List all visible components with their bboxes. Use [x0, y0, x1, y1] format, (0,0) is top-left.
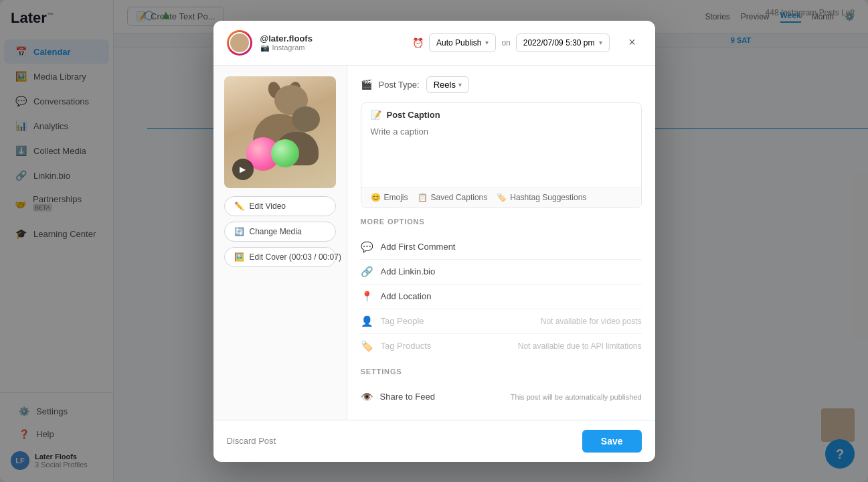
edit-video-icon: ✏️ [234, 202, 244, 211]
instagram-icon: 📷 [260, 44, 270, 52]
modal-close-button[interactable]: × [623, 33, 642, 52]
caption-icon: 📝 [371, 110, 381, 120]
emojis-button[interactable]: 😊 Emojis [371, 193, 408, 202]
content-panel: 🎬 Post Type: Reels ▾ 📝 Post Caption [347, 66, 655, 420]
share-to-feed-row: 👁️ Share to Feed This post will be autom… [361, 385, 642, 409]
modal-header: @later.floofs 📷 Instagram ⏰ Auto Publish… [213, 21, 655, 66]
caption-header: 📝 Post Caption [361, 103, 641, 124]
post-type-select[interactable]: Reels ▾ [426, 76, 469, 93]
post-type-row: 🎬 Post Type: Reels ▾ [361, 76, 642, 93]
share-to-feed-icon: 👁️ [361, 391, 373, 403]
saved-captions-button[interactable]: 📋 Saved Captions [418, 193, 488, 202]
add-location-row[interactable]: 📍 Add Location [361, 285, 642, 309]
edit-cover-button[interactable]: 🖼️ Edit Cover (00:03 / 00:07) [224, 247, 336, 267]
hashtag-icon: 🏷️ [497, 193, 507, 202]
tag-products-row: 🏷️ Tag Products Not available due to API… [361, 334, 642, 358]
chevron-down-icon: ▾ [485, 39, 489, 46]
caption-section: 📝 Post Caption 😊 Emojis 📋 Saved Captions [361, 102, 642, 208]
add-linkin-bio-row[interactable]: 🔗 Add Linkin.bio [361, 260, 642, 285]
emoji-icon: 😊 [371, 193, 381, 202]
tag-people-row: 👤 Tag People Not available for video pos… [361, 309, 642, 334]
modal-overlay: @later.floofs 📷 Instagram ⏰ Auto Publish… [0, 0, 868, 482]
hashtag-suggestions-button[interactable]: 🏷️ Hashtag Suggestions [497, 193, 586, 202]
post-editor-modal: @later.floofs 📷 Instagram ⏰ Auto Publish… [213, 21, 655, 462]
media-panel: ▶ ✏️ Edit Video 🔄 Change Media 🖼️ Edit C… [213, 66, 347, 420]
first-comment-icon: 💬 [361, 241, 374, 253]
discard-post-button[interactable]: Discard Post [227, 436, 276, 446]
save-button[interactable]: Save [582, 430, 642, 453]
media-preview: ▶ [224, 76, 336, 188]
settings-label: SETTINGS [361, 368, 642, 376]
auto-publish-button[interactable]: Auto Publish ▾ [429, 33, 496, 52]
more-options-label: MORE OPTIONS [361, 218, 642, 226]
media-action-buttons: ✏️ Edit Video 🔄 Change Media 🖼️ Edit Cov… [224, 196, 336, 267]
more-options-list: 💬 Add First Comment 🔗 Add Linkin.bio 📍 A… [361, 235, 642, 358]
location-icon: 📍 [361, 291, 374, 303]
edit-cover-icon: 🖼️ [234, 252, 244, 262]
profile-info: @later.floofs 📷 Instagram [260, 33, 313, 52]
date-time-button[interactable]: 2022/07/09 5:30 pm ▾ [516, 33, 610, 52]
caption-textarea[interactable] [361, 124, 641, 184]
profile-platform: 📷 Instagram [260, 44, 313, 52]
add-first-comment-row[interactable]: 💬 Add First Comment [361, 235, 642, 260]
edit-video-button[interactable]: ✏️ Edit Video [224, 196, 336, 216]
linkin-bio-icon: 🔗 [361, 266, 374, 278]
change-media-icon: 🔄 [234, 227, 244, 236]
chevron-down-icon: ▾ [458, 81, 462, 88]
publish-controls: ⏰ Auto Publish ▾ on 2022/07/09 5:30 pm ▾ [412, 33, 610, 52]
play-button[interactable]: ▶ [232, 159, 254, 180]
modal-footer: Discard Post Save [213, 420, 655, 462]
profile-avatar [227, 30, 252, 56]
tag-products-icon: 🏷️ [361, 340, 374, 352]
caption-toolbar: 😊 Emojis 📋 Saved Captions 🏷️ Hashtag Sug… [361, 187, 641, 208]
saved-captions-icon: 📋 [418, 193, 428, 202]
profile-handle: @later.floofs [260, 33, 313, 44]
chevron-down-icon: ▾ [599, 39, 602, 46]
schedule-icon: ⏰ [412, 37, 424, 48]
tag-people-icon: 👤 [361, 315, 374, 327]
modal-body: ▶ ✏️ Edit Video 🔄 Change Media 🖼️ Edit C… [213, 66, 655, 420]
post-type-icon: 🎬 [361, 79, 372, 90]
change-media-button[interactable]: 🔄 Change Media [224, 222, 336, 242]
